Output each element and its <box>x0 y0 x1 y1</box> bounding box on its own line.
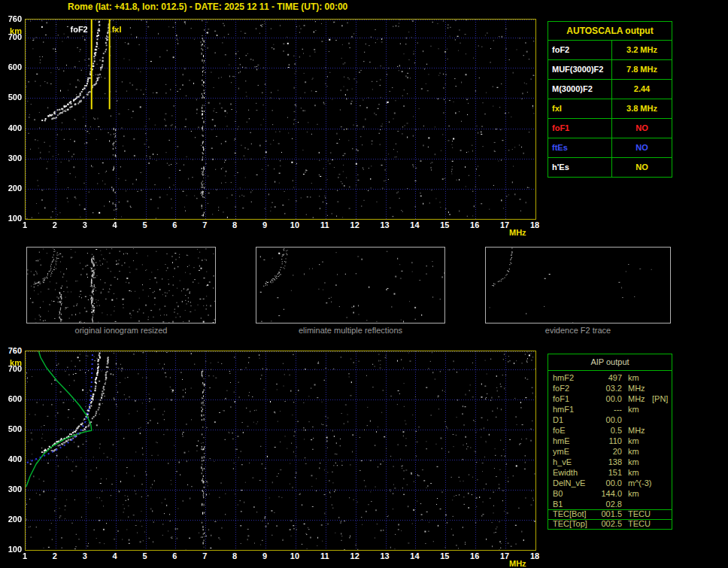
param-value: 3.8 MHz <box>612 99 672 118</box>
table-row: h'EsNO <box>548 158 672 177</box>
param-unit <box>622 499 648 509</box>
top-ionogram: foF2fxI760700600500400300200100km1234567… <box>25 19 536 220</box>
param-label: B0 <box>553 488 595 499</box>
axis-tick-label: 13 <box>377 551 393 560</box>
axis-tick-label: 400 <box>2 454 22 463</box>
axis-tick-label: 3 <box>77 551 93 560</box>
param-label: B1 <box>553 499 595 509</box>
axis-tick-label: 200 <box>2 184 22 193</box>
param-label: ftEs <box>548 138 612 157</box>
table-row: ymE20km <box>548 446 672 457</box>
thumbnail-filtered <box>256 247 445 323</box>
param-value: 0.5 <box>595 425 622 436</box>
param-flag <box>648 467 672 478</box>
param-label: fxI <box>548 99 612 118</box>
param-value: 03.2 <box>595 383 622 393</box>
axis-tick-label: 15 <box>436 220 453 229</box>
param-value: 144.0 <box>595 488 622 499</box>
aip-table-tec-rows: TEC[Bot]001.5TECUTEC[Top]002.5TECU <box>548 509 672 529</box>
table-row: fxI3.8 MHz <box>548 99 672 119</box>
axis-tick-label: 300 <box>2 153 22 163</box>
param-label: M(3000)F2 <box>548 80 612 99</box>
axis-tick-label: 16 <box>466 551 483 560</box>
param-label: hmF2 <box>553 372 595 383</box>
axis-tick-label: 1 <box>17 551 33 560</box>
thumbnail-original <box>26 247 216 323</box>
param-flag <box>648 383 672 393</box>
axis-tick-label: 6 <box>166 551 183 560</box>
param-value: 151 <box>595 467 622 478</box>
axis-tick-label: 9 <box>256 551 273 560</box>
param-label: h'Es <box>548 158 612 177</box>
table-row: hmE110km <box>548 436 672 446</box>
thumbnail-filtered-canvas <box>256 248 444 323</box>
param-flag <box>648 478 672 488</box>
axis-tick-label: 5 <box>137 551 153 560</box>
axis-tick-label: 12 <box>347 220 363 229</box>
param-value: NO <box>612 119 672 138</box>
y-axis-unit-label: km <box>2 26 22 35</box>
table-row: foF1NO <box>548 119 672 138</box>
param-unit: MHz <box>622 383 648 393</box>
table-row: hmF2497km <box>548 372 672 383</box>
table-row: TEC[Top]002.5TECU <box>548 519 672 529</box>
param-label: MUF(3000)F2 <box>548 60 612 79</box>
param-flag <box>648 425 672 436</box>
axis-tick-label: 500 <box>2 93 22 102</box>
y-axis-unit-label: km <box>2 358 22 367</box>
param-value: 138 <box>595 457 622 467</box>
param-value: --- <box>595 404 622 415</box>
table-row: foF203.2MHz <box>548 383 672 393</box>
table-row: hmF1---km <box>548 404 672 415</box>
axis-tick-label: 2 <box>47 551 63 560</box>
param-value: 001.5 <box>595 510 622 519</box>
autoscala-table-title: AUTOSCALA output <box>548 22 672 41</box>
axis-tick-label: 760 <box>2 346 22 355</box>
param-value: 00.0 <box>595 478 622 488</box>
axis-tick-label: 500 <box>2 424 22 433</box>
table-row: foF23.2 MHz <box>548 41 672 60</box>
param-unit: MHz <box>622 393 648 404</box>
axis-tick-label: 11 <box>317 220 333 229</box>
param-label: hmE <box>553 436 595 446</box>
table-row: foE0.5MHz <box>548 425 672 436</box>
param-unit: TECU <box>622 520 648 529</box>
axis-tick-label: 7 <box>196 551 213 560</box>
scaled-frequency-label-foF2: foF2 <box>61 25 88 34</box>
param-flag <box>648 457 672 467</box>
param-value: NO <box>612 138 672 157</box>
table-row: M(3000)F22.44 <box>548 80 672 99</box>
thumbnail-caption-f2trace: evidence F2 trace <box>485 326 671 335</box>
table-row: MUF(3000)F27.8 MHz <box>548 60 672 80</box>
thumbnail-f2trace <box>485 247 671 323</box>
table-row: DelN_vE00.0m^(-3) <box>548 478 672 488</box>
axis-tick-label: 7 <box>196 220 213 229</box>
axis-tick-label: 3 <box>77 220 93 229</box>
param-flag <box>648 436 672 446</box>
axis-tick-label: 400 <box>2 123 22 132</box>
aip-table: AIP output hmF2497kmfoF203.2MHzfoF100.0M… <box>548 354 672 530</box>
axis-tick-label: 200 <box>2 515 22 524</box>
param-flag: [PN] <box>648 393 672 404</box>
param-value: 00.0 <box>595 415 622 425</box>
autoscala-window: Rome (lat: +41.8, lon: 012.5) - DATE: 20… <box>0 0 728 568</box>
bottom-ionogram: 760700600500400300200100km12345678910111… <box>25 351 536 551</box>
param-label: ymE <box>553 446 595 457</box>
param-value: 3.2 MHz <box>612 41 672 59</box>
param-unit: km <box>622 436 648 446</box>
x-axis-unit-label: MHz <box>509 228 526 237</box>
axis-tick-label: 2 <box>47 220 63 229</box>
param-label: TEC[Bot] <box>553 510 595 519</box>
axis-tick-label: 14 <box>406 220 423 229</box>
thumbnail-f2trace-canvas <box>486 248 670 323</box>
axis-tick-label: 18 <box>526 551 543 560</box>
axis-tick-label: 10 <box>287 220 303 229</box>
table-row: B102.8 <box>548 499 672 509</box>
table-row: Ewidth151km <box>548 467 672 478</box>
param-flag <box>648 404 672 415</box>
param-unit: MHz <box>622 425 648 436</box>
param-label: foE <box>553 425 595 436</box>
table-row: TEC[Bot]001.5TECU <box>548 509 672 519</box>
axis-tick-label: 12 <box>347 551 363 560</box>
axis-tick-label: 6 <box>166 220 183 229</box>
